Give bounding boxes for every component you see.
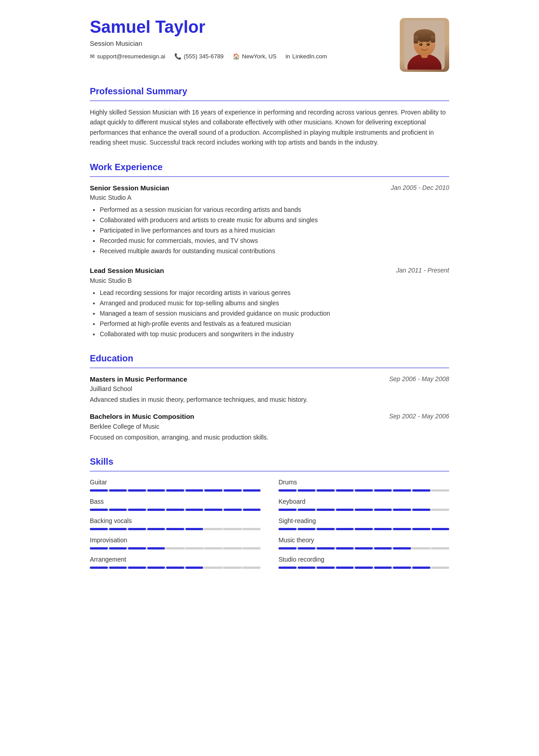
skill-segment [224, 489, 242, 492]
edu-desc: Advanced studies in music theory, perfor… [90, 395, 449, 404]
skill-name: Improvisation [90, 536, 261, 545]
svg-point-7 [420, 43, 423, 46]
skill-item: Backing vocals [90, 516, 261, 530]
svg-point-9 [420, 44, 421, 44]
job-bullet: Lead recording sessions for major record… [100, 288, 449, 298]
skill-name: Keyboard [278, 497, 449, 506]
summary-section: Professional Summary Highly skilled Sess… [90, 84, 449, 148]
summary-divider [90, 101, 449, 101]
education-title: Education [90, 352, 449, 365]
education-divider [90, 368, 449, 368]
skill-segment [128, 547, 146, 549]
work-experience-title: Work Experience [90, 160, 449, 174]
skill-bar [278, 567, 449, 569]
skill-segment [109, 567, 127, 569]
skill-segment [336, 567, 354, 569]
skill-segment [243, 567, 261, 569]
education-entry: Bachelors in Music Composition Sep 2002 … [90, 412, 449, 442]
skill-segment [317, 528, 335, 530]
skill-item: Improvisation [90, 536, 261, 549]
job-bullets: Performed as a session musician for vari… [90, 205, 449, 256]
skill-segment [243, 489, 261, 492]
skill-segment [393, 547, 411, 549]
skill-segment [109, 489, 127, 492]
work-experience-divider [90, 176, 449, 177]
skill-segment [278, 509, 296, 511]
skill-item: Music theory [278, 536, 449, 549]
skill-segment [374, 528, 392, 530]
job-header: Senior Session Musician Music Studio A J… [90, 183, 449, 206]
job-bullet: Performed at high-profile events and fes… [100, 319, 449, 329]
candidate-name: Samuel Taylor [90, 18, 400, 37]
skill-item: Keyboard [278, 497, 449, 511]
edu-desc: Focused on composition, arranging, and m… [90, 433, 449, 442]
skill-segment [90, 547, 108, 549]
edu-school: Juilliard School [90, 384, 449, 394]
skill-segment [204, 509, 222, 511]
skill-bar [90, 489, 261, 492]
skill-segment [278, 528, 296, 530]
skill-segment [355, 528, 373, 530]
skill-segment [243, 528, 261, 530]
skill-segment [374, 567, 392, 569]
skill-segment [166, 567, 184, 569]
skill-segment [355, 509, 373, 511]
skill-segment [432, 489, 450, 492]
skill-segment [186, 547, 203, 549]
skill-bar [278, 489, 449, 492]
skill-segment [278, 547, 296, 549]
edu-dates: Sep 2002 - May 2006 [389, 412, 449, 422]
skill-segment [128, 489, 146, 492]
skill-segment [224, 509, 242, 511]
skill-segment [432, 528, 450, 530]
skill-segment [147, 489, 165, 492]
summary-title: Professional Summary [90, 84, 449, 98]
skill-segment [432, 547, 450, 549]
edu-degree: Masters in Music Performance [90, 374, 187, 385]
job-bullet: Collaborated with producers and artists … [100, 215, 449, 225]
photo-placeholder [400, 18, 449, 72]
contact-text: support@resumedesign.ai [97, 52, 165, 61]
skill-item: Drums [278, 478, 449, 492]
skill-segment [317, 489, 335, 492]
skill-segment [432, 567, 450, 569]
edu-dates: Sep 2006 - May 2008 [389, 374, 449, 385]
skill-name: Drums [278, 478, 449, 487]
svg-rect-6 [431, 35, 435, 43]
skill-segment [374, 509, 392, 511]
job-bullet: Received multiple awards for outstanding… [100, 246, 449, 256]
skill-segment [393, 567, 411, 569]
skill-segment [204, 489, 222, 492]
skill-bar [90, 509, 261, 511]
job-company: Music Studio B [90, 276, 164, 286]
job-title: Senior Session Musician [90, 183, 169, 193]
contact-icon: in [286, 52, 290, 61]
skill-item: Bass [90, 497, 261, 511]
svg-point-10 [427, 44, 428, 44]
contact-item: 🏠NewYork, US [233, 52, 277, 61]
skill-segment [278, 567, 296, 569]
candidate-title: Session Musician [90, 39, 400, 49]
skill-segment [278, 489, 296, 492]
skills-section: Skills Guitar Drums Bass Keyboard Backin… [90, 455, 449, 574]
edu-degree: Bachelors in Music Composition [90, 412, 194, 422]
skill-bar [90, 567, 261, 569]
skill-segment [204, 567, 222, 569]
skill-segment [317, 509, 335, 511]
svg-point-8 [427, 43, 430, 46]
skill-segment [393, 489, 411, 492]
skill-segment [90, 489, 108, 492]
job-company: Music Studio A [90, 193, 169, 202]
skill-segment [393, 528, 411, 530]
jobs-container: Senior Session Musician Music Studio A J… [90, 183, 449, 339]
skill-name: Studio recording [278, 555, 449, 564]
skill-segment [186, 528, 203, 530]
candidate-photo [400, 18, 449, 72]
education-section: Education Masters in Music Performance S… [90, 352, 449, 442]
work-experience-section: Work Experience Senior Session Musician … [90, 160, 449, 339]
skill-segment [298, 567, 316, 569]
skill-bar [278, 547, 449, 549]
skill-segment [317, 567, 335, 569]
skill-segment [298, 528, 316, 530]
skill-segment [224, 528, 242, 530]
